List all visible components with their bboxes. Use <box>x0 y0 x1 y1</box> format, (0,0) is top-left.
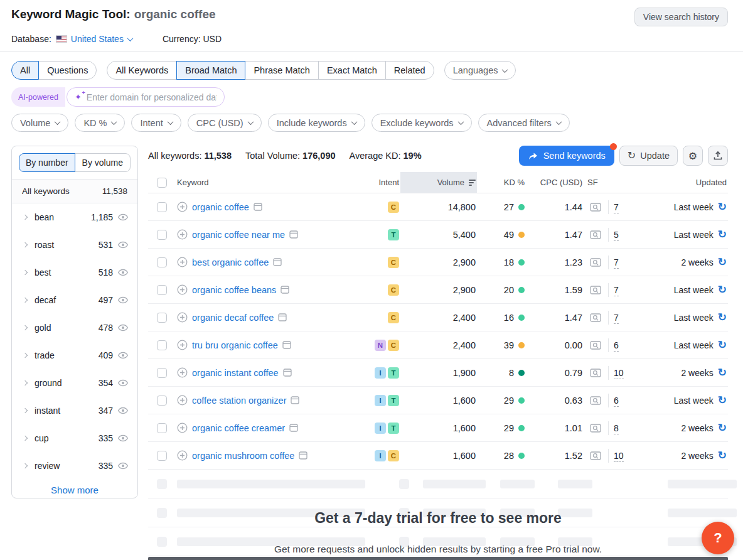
domain-input-wrapper[interactable]: ✦+ <box>67 87 225 107</box>
add-keyword-icon[interactable] <box>177 229 188 240</box>
sidebar-group-item[interactable]: gold 478 <box>12 314 137 342</box>
row-checkbox[interactable] <box>157 396 167 406</box>
keyword-link[interactable]: organic coffee <box>192 202 249 212</box>
keyword-link[interactable]: organic decaf coffee <box>192 313 274 323</box>
sf-value[interactable]: 10 <box>614 451 624 462</box>
keyword-link[interactable]: organic coffee beans <box>192 285 276 295</box>
sf-value[interactable]: 10 <box>614 368 624 379</box>
tab-phrase-match[interactable]: Phrase Match <box>245 61 318 80</box>
serp-preview-icon[interactable] <box>590 396 602 406</box>
serp-preview-icon[interactable] <box>590 423 602 433</box>
serp-preview-icon[interactable] <box>590 313 602 323</box>
view-search-history-button[interactable]: View search history <box>634 8 728 26</box>
refresh-icon[interactable]: ↻ <box>718 340 727 350</box>
keyword-card-icon[interactable] <box>278 313 287 321</box>
help-button[interactable]: ? <box>702 522 734 554</box>
sidebar-group-item[interactable]: best 518 <box>12 259 137 286</box>
column-updated[interactable]: Updated <box>634 178 728 187</box>
row-checkbox[interactable] <box>157 285 167 295</box>
sidebar-group-item[interactable]: ground 354 <box>12 369 137 397</box>
row-checkbox[interactable] <box>157 230 167 240</box>
show-more-link[interactable]: Show more <box>12 485 137 495</box>
filter-intent[interactable]: Intent <box>131 114 181 132</box>
refresh-icon[interactable]: ↻ <box>718 312 727 323</box>
keyword-card-icon[interactable] <box>291 396 299 404</box>
sidebar-group-item[interactable]: review 335 <box>12 452 137 480</box>
table-row[interactable]: best organic coffee C 2,900 18 1.23 7 2 … <box>148 249 728 276</box>
add-keyword-icon[interactable] <box>177 312 188 323</box>
add-keyword-icon[interactable] <box>177 257 188 267</box>
tab-broad-match[interactable]: Broad Match <box>176 61 245 80</box>
by-number-toggle[interactable]: By number <box>19 153 75 172</box>
keyword-link[interactable]: tru bru organic coffee <box>192 340 278 350</box>
add-keyword-icon[interactable] <box>177 340 188 350</box>
eye-icon[interactable] <box>117 322 129 333</box>
database-selector[interactable]: United States <box>71 34 132 44</box>
refresh-icon[interactable]: ↻ <box>718 367 727 378</box>
sf-value[interactable]: 6 <box>614 396 619 407</box>
eye-icon[interactable] <box>117 267 129 278</box>
add-keyword-icon[interactable] <box>177 284 188 295</box>
sf-value[interactable]: 8 <box>614 423 619 434</box>
refresh-icon[interactable]: ↻ <box>718 450 727 461</box>
filter-advanced-filters[interactable]: Advanced filters <box>478 114 570 132</box>
refresh-icon[interactable]: ↻ <box>718 395 727 406</box>
table-row[interactable]: coffee station organizer IT 1,600 29 0.6… <box>148 387 728 414</box>
column-cpc[interactable]: CPC (USD) <box>526 178 584 187</box>
keyword-link[interactable]: organic coffee creamer <box>192 423 285 433</box>
filter-kd-[interactable]: KD % <box>75 114 125 132</box>
send-keywords-button[interactable]: Send keywords <box>519 146 614 166</box>
by-volume-toggle[interactable]: By volume <box>75 153 131 172</box>
add-keyword-icon[interactable] <box>177 450 188 461</box>
languages-dropdown[interactable]: Languages <box>444 61 516 80</box>
refresh-icon[interactable]: ↻ <box>718 202 727 212</box>
tab-exact-match[interactable]: Exact Match <box>318 61 386 80</box>
row-checkbox[interactable] <box>157 257 167 267</box>
row-checkbox[interactable] <box>157 340 167 350</box>
sidebar-group-item[interactable]: bean 1,185 <box>12 203 137 231</box>
sf-value[interactable]: 5 <box>614 230 619 241</box>
sidebar-group-item[interactable]: trade 409 <box>12 342 137 369</box>
add-keyword-icon[interactable] <box>177 367 188 378</box>
add-keyword-icon[interactable] <box>177 395 188 406</box>
filter-include-keywords[interactable]: Include keywords <box>268 114 365 132</box>
refresh-icon[interactable]: ↻ <box>718 284 727 295</box>
table-row[interactable]: organic instant coffee IT 1,900 8 0.79 1… <box>148 359 728 387</box>
eye-icon[interactable] <box>117 212 129 223</box>
add-keyword-icon[interactable] <box>177 423 188 433</box>
sf-value[interactable]: 7 <box>614 285 619 296</box>
column-kd[interactable]: KD % <box>477 178 526 187</box>
eye-icon[interactable] <box>117 433 129 444</box>
filter-exclude-keywords[interactable]: Exclude keywords <box>372 114 472 132</box>
serp-preview-icon[interactable] <box>590 230 602 240</box>
table-row[interactable]: tru bru organic coffee NC 2,400 39 0.00 … <box>148 331 728 359</box>
eye-icon[interactable] <box>117 239 129 250</box>
tab-all[interactable]: All <box>11 61 39 80</box>
keyword-card-icon[interactable] <box>289 424 298 432</box>
sf-value[interactable]: 7 <box>614 313 619 324</box>
sidebar-group-item[interactable]: cup 335 <box>12 424 137 452</box>
row-checkbox[interactable] <box>157 423 167 433</box>
keyword-card-icon[interactable] <box>299 451 307 460</box>
tab-all-keywords[interactable]: All Keywords <box>107 61 177 80</box>
refresh-icon[interactable]: ↻ <box>718 257 727 267</box>
table-row[interactable]: organic mushroom coffee IC 1,600 28 1.52… <box>148 442 728 470</box>
table-row[interactable]: organic decaf coffee C 2,400 16 1.47 7 L… <box>148 304 728 331</box>
eye-icon[interactable] <box>117 405 129 416</box>
filter-volume[interactable]: Volume <box>11 114 68 132</box>
serp-preview-icon[interactable] <box>590 202 602 212</box>
keyword-card-icon[interactable] <box>289 230 298 239</box>
row-checkbox[interactable] <box>157 368 167 378</box>
table-row[interactable]: organic coffee C 14,800 27 1.44 7 Last w… <box>148 193 728 221</box>
row-checkbox[interactable] <box>157 451 167 461</box>
column-intent[interactable]: Intent <box>356 178 400 187</box>
keyword-card-icon[interactable] <box>283 369 292 377</box>
serp-preview-icon[interactable] <box>590 340 602 350</box>
eye-icon[interactable] <box>117 460 129 471</box>
sf-value[interactable]: 7 <box>614 257 619 269</box>
row-checkbox[interactable] <box>157 202 167 212</box>
keyword-card-icon[interactable] <box>282 341 291 349</box>
column-sf[interactable]: SF <box>584 178 634 187</box>
refresh-icon[interactable]: ↻ <box>718 229 727 240</box>
column-keyword[interactable]: Keyword <box>176 178 356 187</box>
